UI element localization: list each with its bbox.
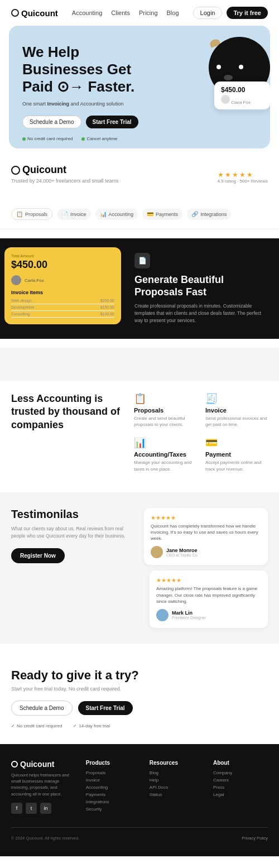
footer-link-api[interactable]: API Docs [150, 785, 204, 790]
testimonial-card-2: ★★★★★ Amazing platform! The proposals fe… [150, 570, 268, 628]
test-role-1: CEO at Studio Co. [166, 553, 199, 557]
proposal-name: Carla Fox [25, 278, 44, 283]
testimonials-inner: Testimonilas What our clients say about … [11, 508, 268, 628]
pill-accounting[interactable]: 📊 Accounting [95, 208, 138, 220]
footer-link-blog[interactable]: Blog [150, 770, 204, 775]
footer-top: Quicount Quicount helps freelancers and … [11, 760, 268, 814]
feature-invoice: 🧾 Invoice Send professional invoices and… [205, 392, 268, 428]
logo-circle-icon [11, 9, 19, 17]
proposal-card: Total Amount $450.00 Carla Fox Invoice I… [4, 247, 121, 324]
quicount-desc: Trusted by 24,000+ freelancers and small… [11, 178, 119, 184]
test-author-info-2: Mark Lin Freelance Designer [172, 610, 206, 620]
footer-link-press[interactable]: Press [213, 785, 268, 790]
invoice-label: Invoice Items [11, 290, 114, 295]
pill-proposals[interactable]: 📋 Proposals [11, 208, 52, 220]
proposal-amount: $450.00 [11, 259, 114, 271]
footer-link-help[interactable]: Help [150, 778, 204, 783]
footer: Quicount Quicount helps freelancers and … [0, 744, 279, 856]
footer-link-company[interactable]: Company [213, 770, 268, 775]
testimonials-left: Testimonilas What our clients say about … [11, 508, 135, 628]
rating-row: Quicount Trusted by 24,000+ freelancers … [11, 164, 268, 190]
stars-icon: ★★★★★ [218, 171, 268, 179]
feature-invoice-desc: Send professional invoices and get paid … [205, 415, 268, 428]
testimonials-section: Testimonilas What our clients say about … [0, 492, 279, 644]
pill-invoice[interactable]: 📄 Invoice [57, 208, 91, 220]
cta-badge-trial: ✓ 14-day free trial [73, 723, 110, 728]
twitter-icon[interactable]: t [26, 803, 37, 814]
testimonials-title: Testimonilas [11, 508, 135, 521]
feature-proposals-name: Proposals [134, 407, 196, 414]
nav-link-blog[interactable]: Blog [167, 9, 179, 16]
footer-link-invoice[interactable]: Invoice [86, 778, 141, 783]
hero-section: We Help Businesses Get Paid ⊙→ Faster. O… [9, 26, 270, 148]
testimonial-card-1: ★★★★★ Quicount has completely transforme… [144, 508, 268, 565]
footer-link-accounting[interactable]: Accounting [86, 785, 141, 790]
invoice-line-3: Consulting $100.00 [11, 311, 114, 318]
footer-link-security[interactable]: Security [86, 807, 141, 812]
nav-link-accounting[interactable]: Accounting [72, 9, 102, 16]
hero-visual: $450.00 Clara Fox [186, 31, 270, 121]
feature-proposals-desc: Create and send beautiful proposals to y… [134, 415, 196, 428]
pill-payments[interactable]: 💳 Payments [142, 208, 182, 220]
badge-dot-icon-2 [81, 137, 85, 141]
feature-payment-name: Payment [205, 451, 268, 458]
invoice-lines: Web design $200.00 Development $150.00 C… [11, 298, 114, 318]
card-name: Clara Fox [221, 95, 263, 105]
piggy-eye-left-icon [217, 65, 221, 69]
cta-badges: ✓ No credit card required ✓ 14-day free … [11, 723, 268, 728]
test-role-2: Freelance Designer [172, 616, 206, 620]
login-button[interactable]: Login [193, 7, 223, 19]
proposal-feature-title: Generate Beautiful Proposals Fast [134, 274, 270, 298]
test-avatar-1-icon [151, 546, 163, 558]
cta-sub: Start your free trial today. No credit c… [11, 686, 268, 692]
test-author-1: Jane Monroe CEO at Studio Co. [151, 546, 261, 558]
footer-link-payments[interactable]: Payments [86, 792, 141, 797]
nav-link-clients[interactable]: Clients [111, 9, 130, 16]
rating-text: 4.9 rating · 500+ Reviews [218, 179, 268, 184]
cta-free-button[interactable]: Start Free Trial [78, 701, 133, 715]
footer-col-resources: Resources Blog Help API Docs Status [150, 760, 204, 814]
feature-payment-desc: Accept payments online and track your re… [205, 459, 268, 472]
invoice-icon: 📄 [61, 211, 68, 217]
footer-link-status[interactable]: Status [150, 792, 204, 797]
trial-button[interactable]: Try it free [227, 7, 268, 19]
trusted-section: Less Accounting is trusted by thousand o… [0, 381, 279, 483]
cta-check-icon-1: ✓ [11, 723, 15, 728]
testimonials-desc: What our clients say about us. Real revi… [11, 525, 135, 540]
feature-invoice-icon: 🧾 [205, 392, 268, 405]
test-author-info-1: Jane Monroe CEO at Studio Co. [166, 548, 199, 557]
footer-link-careers[interactable]: Careers [213, 778, 268, 783]
footer-col-products: Products Proposals Invoice Accounting Pa… [86, 760, 141, 814]
test-author-2: Mark Lin Freelance Designer [156, 609, 261, 621]
footer-bottom: © 2024 Quicount. All rights reserved. Pr… [11, 827, 268, 841]
nav-link-pricing[interactable]: Pricing [139, 9, 158, 16]
footer-link-proposals[interactable]: Proposals [86, 770, 141, 775]
badge-dot-icon [22, 137, 26, 141]
demo-button[interactable]: Schedule a Demo [22, 116, 81, 128]
quicount-logo: Quicount [11, 164, 119, 176]
test-name-1: Jane Monroe [166, 548, 199, 553]
pill-integrations[interactable]: 🔗 Integrations [187, 208, 231, 220]
footer-link-integrations[interactable]: Integrations [86, 799, 141, 804]
test-avatar-2-icon [156, 609, 169, 621]
footer-link-legal[interactable]: Legal [213, 792, 268, 797]
quicount-brand: Quicount Trusted by 24,000+ freelancers … [11, 164, 119, 190]
linkedin-icon[interactable]: in [40, 803, 51, 814]
register-button[interactable]: Register Now [11, 548, 65, 563]
footer-col-products-title: Products [86, 760, 141, 766]
feature-accounting-icon: 📊 [134, 437, 196, 449]
rating-info: ★★★★★ 4.9 rating · 500+ Reviews [218, 171, 268, 184]
piggy-nose-icon [224, 75, 233, 80]
cta-schedule-button[interactable]: Schedule a Demo [11, 701, 73, 716]
trusted-title: Less Accounting is trusted by thousand o… [11, 392, 123, 431]
footer-desc: Quicount helps freelancers and small bus… [11, 772, 77, 797]
nav-logo: Quicount [11, 8, 58, 18]
hero-buttons: Schedule a Demo Start Free Trial [22, 116, 151, 128]
quicount-section: Quicount Trusted by 24,000+ freelancers … [0, 148, 279, 208]
facebook-icon[interactable]: f [11, 803, 22, 814]
footer-privacy-link[interactable]: Privacy Policy [242, 836, 268, 841]
start-trial-button[interactable]: Start Free Trial [86, 116, 138, 128]
footer-col-about-title: About [213, 760, 268, 766]
features-grid: 📋 Proposals Create and send beautiful pr… [134, 392, 268, 472]
cta-section: Ready to give it a try? Start your free … [0, 653, 279, 744]
